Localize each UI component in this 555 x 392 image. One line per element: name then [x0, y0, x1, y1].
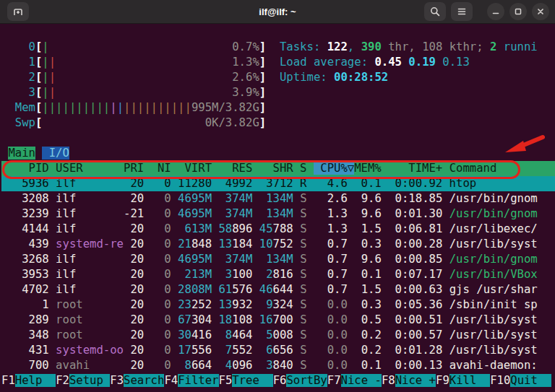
fkey-f1[interactable]: F1 [1, 374, 15, 387]
process-row-1[interactable]: 1 root 20 0 23252 13932 9324 S 0.0 0.3 0… [1, 297, 555, 313]
menu-icon [456, 6, 468, 17]
fkey-kill-button[interactable]: Kill [449, 374, 490, 387]
process-row-3208[interactable]: 3208 ilf 20 0 4695M 374M 134M S 2.6 9.6 … [1, 191, 555, 206]
process-row-700[interactable]: 700 avahi 20 0 8664 4096 3840 S 0.0 0.1 … [1, 358, 555, 373]
fkey-f6[interactable]: F6 [273, 374, 287, 387]
screen-tabs: Main I/O [1, 146, 555, 161]
process-row-3239-text [212, 207, 225, 220]
process-row-1-text: S 0.0 [300, 298, 348, 311]
process-row-4144[interactable]: 4144 ilf 20 0 613M 58896 45788 S 1.3 1.5… [1, 222, 555, 237]
column-header-cpu[interactable]: CPU%▽ [314, 162, 354, 175]
fkey-f5[interactable]: F5 [219, 374, 233, 387]
process-row-3953[interactable]: 3953 ilf 20 0 213M 3100 2816 S 0.7 0.1 0… [1, 267, 555, 282]
process-row-4702[interactable]: 4702 ilf 20 0 2808M 61576 46644 S 0.7 1.… [1, 282, 555, 297]
memory-meter-text: | [110, 101, 116, 114]
maximize-button[interactable] [509, 3, 527, 20]
fkey-help-button[interactable]: Help [15, 374, 56, 387]
process-row-700-text: 096 [232, 359, 252, 372]
process-row-1-text: 252 [192, 298, 212, 311]
process-row-3239[interactable]: 3239 ilf -21 0 4695M 374M 134M S 1.3 9.6… [1, 206, 555, 222]
search-icon [429, 6, 441, 17]
process-row-289-text: 67 [178, 313, 192, 326]
process-row-348[interactable]: 348 root 20 0 30416 8464 5008 S 0.0 0.2 … [1, 328, 555, 343]
fkey-sortby-button[interactable]: SortBy [286, 374, 327, 387]
tab-io[interactable]: I/O [42, 147, 69, 160]
cpu-meter-1: 1[|| 1.3%] Load average: 0.45 0.19 0.13 [1, 55, 555, 70]
swap-meter-text: [ [35, 116, 42, 129]
memory-meter-text: |||||||||| [124, 101, 192, 114]
process-row-1-text: 13 [218, 298, 232, 311]
fkey-setup-button[interactable]: Setup [69, 374, 110, 387]
process-row-431-text [293, 344, 300, 357]
function-key-bar[interactable]: F1Help F2Setup F3SearchF4FilterF5Tree F6… [1, 373, 555, 388]
fkey-quit-button[interactable]: Quit [510, 374, 551, 387]
process-row-3953-text [171, 268, 185, 281]
process-row-3208-text [171, 192, 178, 205]
fkey-f3[interactable]: F3 [110, 374, 124, 387]
new-tab-button[interactable] [7, 2, 29, 21]
fkey-f7[interactable]: F7 [327, 374, 341, 387]
fkey-nice-plus-button[interactable]: Nice + [395, 374, 436, 387]
fkey-tree-button[interactable]: Tree [232, 374, 272, 387]
process-row-3953-text: 3 [225, 268, 232, 281]
process-row-700-text [252, 359, 266, 372]
tab-main[interactable]: Main [8, 147, 35, 160]
process-row-5936-selected[interactable]: 5936 ilf 20 0 11280 4992 3712 R 4.6 0.1 … [1, 176, 555, 191]
menu-button[interactable] [451, 2, 473, 21]
process-row-4702-text: S [300, 283, 306, 296]
fkey-filter-button[interactable]: Filter [178, 374, 218, 387]
cpu-meter-3-text: ] [259, 86, 266, 99]
process-row-348-text: 416 [192, 328, 212, 341]
fkey-f2[interactable]: F2 [56, 374, 69, 387]
process-row-348-text: 348 [1, 328, 56, 341]
process-table-header-text: MEM% TIME+ Command [354, 162, 544, 175]
search-button[interactable] [424, 2, 446, 21]
process-row-289-text [171, 313, 178, 326]
process-row-431-text: 556 [192, 344, 212, 357]
process-row-3268-text [212, 253, 225, 266]
cpu-meter-0-text [266, 40, 280, 53]
close-button[interactable] [532, 3, 549, 20]
process-row-3953-text: 2 [266, 268, 272, 281]
process-row-348-text: S 0.0 [300, 328, 348, 341]
fkey-f10[interactable]: F10 [490, 374, 510, 387]
process-row-3239-text: 374M [225, 207, 253, 220]
process-row-289-text: 0 [151, 313, 171, 326]
process-table-header[interactable]: PID USER PRI NI VIRT RES SHR S CPU%▽MEM%… [1, 161, 555, 176]
process-row-3953-text [212, 268, 225, 281]
process-row-289-text: 18 [218, 313, 232, 326]
process-row-3268-text: 374M [225, 253, 253, 266]
process-row-4144-text: 58 [218, 222, 232, 235]
process-row-348-text: 5 [266, 328, 272, 341]
process-row-289-text [293, 313, 300, 326]
cpu-meter-2-text [266, 71, 280, 84]
process-row-700-text: 8 [185, 359, 192, 372]
fkey-nice-minus-button[interactable]: Nice - [341, 374, 382, 387]
process-row-3208-text: 374M [225, 192, 253, 205]
cpu-meter-0-text [49, 40, 232, 53]
cpu-meter-1-text: | [42, 56, 48, 69]
fkey-f8[interactable]: F8 [382, 374, 395, 387]
fkey-f9[interactable]: F9 [436, 374, 449, 387]
fkey-search-button[interactable]: Search [124, 374, 164, 387]
process-row-348-text: 008 [273, 328, 293, 341]
window-titlebar[interactable]: ilf@ilf: ~ [0, 0, 555, 24]
process-row-431-text: S 0.0 [300, 344, 348, 357]
process-table-header-text: PID USER PRI NI VIRT RES SHR S [1, 162, 314, 175]
process-row-1-text: 932 [232, 298, 252, 311]
process-row-3239-text [293, 207, 300, 220]
process-row-4144-text: 4144 ilf 20 [1, 222, 151, 235]
minimize-button[interactable] [487, 3, 504, 20]
fkey-f4[interactable]: F4 [164, 374, 178, 387]
spacer-line [1, 131, 555, 146]
process-row-289-text [252, 313, 259, 326]
process-row-348-text: 30 [178, 328, 192, 341]
process-row-289[interactable]: 289 root 20 0 67304 18108 16700 S 0.0 0.… [1, 313, 555, 328]
process-row-700-text: 0.1 0:00.13 avahi-daemon: [348, 359, 538, 372]
screen-tabs-text [1, 147, 8, 160]
process-row-431[interactable]: 431 systemd-oo 20 0 17556 7552 6656 S 0.… [1, 343, 555, 358]
process-row-3239-text [252, 207, 266, 220]
process-row-439[interactable]: 439 systemd-re 20 0 21848 13184 10752 S … [1, 237, 555, 252]
process-row-1-text: 9 [266, 298, 272, 311]
process-row-3268[interactable]: 3268 ilf 20 0 4695M 374M 134M S 0.7 9.6 … [1, 252, 555, 267]
